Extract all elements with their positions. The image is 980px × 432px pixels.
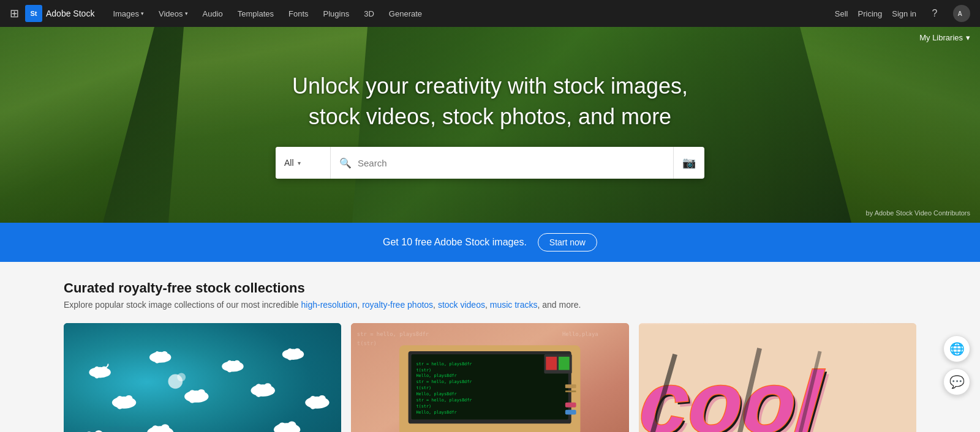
nav-logo[interactable]: St Adobe Stock bbox=[25, 5, 94, 22]
svg-text:t(str): t(str) bbox=[417, 385, 432, 390]
search-input[interactable] bbox=[358, 158, 665, 168]
svg-text:str = hello, plays8dfr: str = hello, plays8dfr bbox=[417, 398, 472, 403]
nav-item-plugins[interactable]: Plugins bbox=[317, 6, 356, 22]
search-bar: All ▾ 🔍 📷 bbox=[276, 147, 704, 179]
nav-item-videos[interactable]: Videos ▾ bbox=[153, 6, 194, 22]
nav-item-fonts[interactable]: Fonts bbox=[282, 6, 315, 22]
music-tracks-link[interactable]: music tracks bbox=[490, 300, 538, 310]
svg-text:str = hello, plays8dfr: str = hello, plays8dfr bbox=[417, 362, 472, 367]
nav-item-audio[interactable]: Audio bbox=[197, 6, 229, 22]
search-type-chevron-icon: ▾ bbox=[298, 160, 301, 166]
camera-icon: 📷 bbox=[682, 156, 696, 169]
start-now-button[interactable]: Start now bbox=[538, 233, 597, 251]
logo-box: St bbox=[25, 5, 42, 22]
svg-point-26 bbox=[318, 395, 326, 401]
svg-rect-59 bbox=[546, 357, 557, 370]
svg-text:t(str): t(str) bbox=[417, 404, 432, 409]
search-type-dropdown[interactable]: All ▾ bbox=[276, 147, 331, 179]
svg-point-23 bbox=[264, 383, 271, 389]
svg-point-18 bbox=[184, 390, 208, 403]
navbar: ⊞ St Adobe Stock Images ▾ Videos ▾ Audio… bbox=[0, 0, 980, 27]
svg-rect-67 bbox=[565, 403, 576, 408]
svg-point-16 bbox=[116, 396, 124, 409]
svg-point-40 bbox=[177, 373, 186, 382]
svg-text:t(str): t(str) bbox=[357, 340, 377, 346]
help-icon: ? bbox=[932, 8, 938, 19]
grid-icon[interactable]: ⊞ bbox=[10, 7, 19, 20]
hero-content: Unlock your creativity with stock images… bbox=[0, 71, 980, 179]
svg-text:Hello,playa: Hello,playa bbox=[562, 331, 598, 337]
brand-name: Adobe Stock bbox=[46, 9, 94, 18]
svg-text:Hello, plays8dfr: Hello, plays8dfr bbox=[417, 373, 457, 378]
search-input-wrap: 🔍 bbox=[331, 157, 673, 169]
svg-point-32 bbox=[161, 424, 170, 431]
promo-text: Get 10 free Adobe Stock images. bbox=[383, 237, 527, 248]
nav-item-3d[interactable]: 3D bbox=[358, 6, 380, 22]
svg-text:Hello, plays8dfr: Hello, plays8dfr bbox=[417, 410, 457, 415]
nav-item-generate[interactable]: Generate bbox=[383, 6, 428, 22]
my-libraries-button[interactable]: My Libraries ▾ bbox=[919, 33, 970, 42]
globe-widget-button[interactable]: 🌐 bbox=[943, 335, 970, 362]
svg-text:str = hello, plays8dfr: str = hello, plays8dfr bbox=[417, 379, 472, 384]
collection-card-swans[interactable] bbox=[64, 323, 341, 432]
svg-point-17 bbox=[126, 395, 133, 401]
royalty-free-photos-link[interactable]: royalty-free photos bbox=[362, 300, 433, 310]
hero-attribution: by Adobe Stock Video Contributors bbox=[866, 209, 970, 217]
svg-text:cool: cool bbox=[639, 353, 827, 432]
svg-point-14 bbox=[294, 348, 300, 353]
svg-point-22 bbox=[254, 384, 263, 397]
cool-illustration: cool cool cool cool bbox=[639, 323, 916, 432]
svg-point-20 bbox=[198, 389, 205, 395]
nav-item-templates[interactable]: Templates bbox=[232, 6, 280, 22]
signin-link[interactable]: Sign in bbox=[892, 9, 916, 18]
nav-items: Images ▾ Videos ▾ Audio Templates Fonts … bbox=[107, 6, 834, 22]
promo-banner: Get 10 free Adobe Stock images. Start no… bbox=[0, 223, 980, 262]
chat-widgets: 🌐 💬 bbox=[943, 335, 970, 395]
stock-videos-link[interactable]: stock videos bbox=[438, 300, 485, 310]
collection-card-computer[interactable]: str = hello, plays8dfr t(str) Hello,play… bbox=[351, 323, 628, 432]
svg-rect-68 bbox=[565, 410, 576, 415]
collections-grid: str = hello, plays8dfr t(str) Hello,play… bbox=[64, 323, 916, 432]
svg-rect-60 bbox=[559, 357, 570, 370]
hero-title: Unlock your creativity with stock images… bbox=[292, 71, 688, 133]
visual-search-button[interactable]: 📷 bbox=[673, 147, 704, 179]
computer-illustration: str = hello, plays8dfr t(str) Hello,play… bbox=[351, 323, 628, 432]
cool-inner: cool cool cool cool bbox=[639, 323, 916, 432]
adobe-account-icon[interactable]: A bbox=[953, 5, 970, 22]
collections-section: Curated royalty-free stock collections E… bbox=[0, 262, 980, 432]
svg-text:str = hello, plays8dfr: str = hello, plays8dfr bbox=[357, 331, 429, 337]
chat-widget-button[interactable]: 💬 bbox=[943, 368, 970, 395]
collections-title: Curated royalty-free stock collections bbox=[64, 280, 916, 296]
svg-point-38 bbox=[288, 421, 296, 428]
svg-point-10 bbox=[226, 360, 233, 373]
svg-rect-66 bbox=[565, 390, 576, 392]
svg-rect-65 bbox=[565, 384, 576, 388]
swan-water bbox=[64, 323, 341, 432]
svg-text:t(str): t(str) bbox=[417, 368, 432, 373]
search-icon: 🔍 bbox=[339, 157, 352, 169]
search-type-label: All bbox=[284, 158, 294, 168]
comp-inner: str = hello, plays8dfr t(str) Hello,play… bbox=[351, 323, 628, 432]
pricing-link[interactable]: Pricing bbox=[858, 9, 883, 18]
account-icon-svg: A bbox=[957, 9, 967, 18]
svg-point-25 bbox=[309, 396, 317, 409]
logo-letters: St bbox=[31, 10, 37, 17]
help-icon-button[interactable]: ? bbox=[926, 5, 943, 22]
svg-point-19 bbox=[188, 390, 197, 403]
svg-point-11 bbox=[234, 360, 240, 365]
collection-card-cool[interactable]: cool cool cool cool bbox=[639, 323, 916, 432]
svg-point-8 bbox=[162, 351, 168, 356]
nav-item-images[interactable]: Images ▾ bbox=[107, 6, 150, 22]
hero-section: My Libraries ▾ Unlock your creativity wi… bbox=[0, 27, 980, 223]
svg-text:A: A bbox=[958, 10, 963, 17]
svg-point-7 bbox=[154, 351, 161, 363]
sell-link[interactable]: Sell bbox=[835, 9, 848, 18]
high-resolution-link[interactable]: high-resolution bbox=[301, 300, 358, 310]
chevron-down-icon: ▾ bbox=[185, 10, 188, 17]
svg-point-13 bbox=[287, 348, 294, 360]
svg-point-4 bbox=[93, 367, 100, 379]
chevron-down-icon: ▾ bbox=[966, 33, 970, 42]
chevron-down-icon: ▾ bbox=[141, 10, 144, 17]
collections-subtitle: Explore popular stock image collections … bbox=[64, 300, 916, 310]
swans-illustration bbox=[64, 323, 341, 432]
